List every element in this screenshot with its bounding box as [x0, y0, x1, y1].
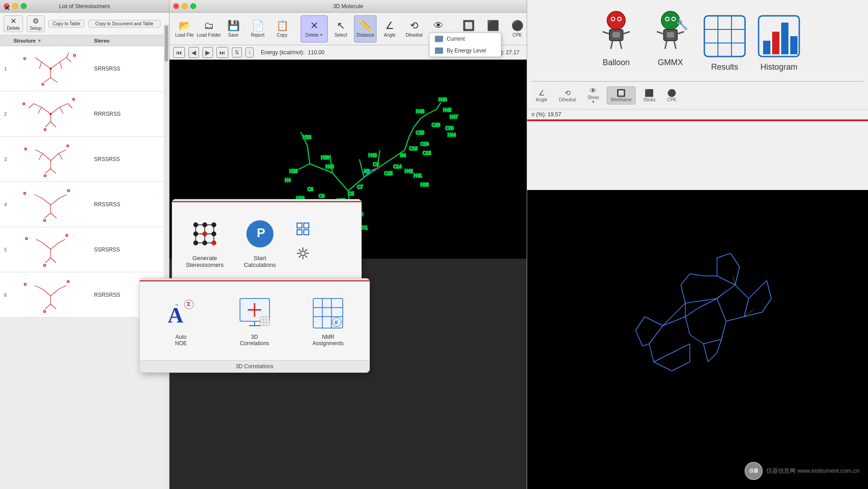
playback-filter-button[interactable]: ⇅ — [232, 47, 242, 57]
svg-text:O: O — [44, 174, 47, 177]
copy-by-energy-item[interactable]: By Energy Level — [429, 45, 501, 57]
table-row[interactable]: 2 O O O RRRSRSS — [0, 91, 169, 137]
svg-line-255 — [681, 274, 690, 285]
maximize-button[interactable] — [21, 3, 27, 9]
minimize-button[interactable] — [12, 3, 18, 9]
nmr-assignments-item[interactable]: # NMRAssignments — [294, 290, 362, 351]
svg-rect-206 — [704, 16, 745, 57]
svg-rect-170 — [260, 317, 269, 326]
molecule-svg-4: O O O — [14, 184, 87, 225]
delete-toolbar-icon: ✕ — [310, 20, 318, 32]
table-row[interactable]: 3 O O O SRSSRSS — [0, 137, 169, 182]
svg-text:C23: C23 — [416, 130, 425, 135]
copy-button[interactable]: 📋 Copy — [271, 15, 293, 43]
report-button[interactable]: 📄 Report — [246, 15, 269, 43]
svg-line-189 — [603, 32, 609, 34]
svg-rect-193 — [613, 32, 620, 38]
select-button[interactable]: ↖ Select — [330, 15, 352, 43]
cpk-button[interactable]: ⚫ CPK — [506, 15, 528, 43]
right-pop-n: n (%): 19.57 — [527, 109, 868, 119]
auto-noe-icon-area: A ̈ — [163, 295, 199, 331]
report-icon: 📄 — [252, 20, 264, 32]
svg-line-191 — [611, 41, 613, 49]
sort-icon[interactable]: ▼ — [38, 38, 42, 43]
results-item[interactable]: Results — [702, 14, 747, 72]
copy-current-item[interactable]: Current — [429, 33, 501, 45]
right-angle-button[interactable]: ∠ Angle — [532, 86, 552, 104]
svg-line-45 — [34, 195, 42, 198]
distance-icon: 📏 — [359, 20, 372, 32]
table-row[interactable]: 1 O O O SRRSRSS — [0, 46, 169, 91]
playback-prev-button[interactable]: ◀ — [189, 47, 199, 58]
svg-point-163 — [184, 300, 193, 309]
svg-text:O: O — [44, 128, 47, 131]
svg-line-236 — [672, 344, 690, 353]
svg-line-221 — [726, 317, 744, 321]
save-button[interactable]: 💾 Save — [222, 15, 245, 43]
center-minimize-button[interactable] — [182, 3, 188, 9]
right-show-button[interactable]: 👁 Show ▼ — [584, 85, 603, 106]
svg-line-243 — [717, 253, 731, 258]
center-maximize-button[interactable] — [190, 3, 196, 9]
svg-line-259 — [733, 276, 735, 285]
center-titlebar: ✕ 3D Molecule — [170, 0, 527, 13]
auto-noe-item[interactable]: A ̈ AutoNOE — [147, 290, 215, 351]
angle-button[interactable]: ∠ Angle — [378, 15, 401, 43]
right-top-icons: Balloon — [527, 0, 868, 81]
right-cpk-button[interactable]: ⚫ CPK — [663, 86, 681, 104]
results-icon-svg — [702, 14, 747, 59]
generate-icon-svg — [187, 218, 223, 250]
histogram-item[interactable]: Histogram — [756, 14, 802, 72]
delete-toolbar-button[interactable]: ✕ Delete ▼ — [301, 15, 328, 43]
right-dihedral-button[interactable]: ⟲ Dihedral — [555, 86, 580, 104]
traffic-lights: ✕ — [4, 3, 27, 9]
svg-line-3 — [35, 57, 42, 62]
table-row[interactable]: 4 O O O RRSSRSS — [0, 182, 169, 227]
grid-side-icon[interactable] — [293, 219, 312, 240]
svg-line-68 — [51, 304, 56, 309]
settings-side-icon[interactable] — [293, 244, 312, 265]
right-wireframe-button[interactable]: 🔲 Wireframe — [607, 86, 636, 104]
copy-to-table-button[interactable]: Copy to Table — [48, 20, 85, 28]
settings-icon — [296, 247, 310, 260]
delete-dropdown-arrow[interactable]: ▼ — [319, 33, 323, 37]
balloon-item[interactable]: Balloon — [594, 9, 639, 72]
left-titlebar: ✕ List of Stereoisomers — [0, 0, 169, 13]
playback-last-button[interactable]: ⏭ — [217, 47, 228, 58]
scrollbar[interactable] — [164, 24, 169, 489]
svg-text:C6: C6 — [319, 194, 325, 199]
generate-stereoisomers-item[interactable]: GenerateStereoisomers — [181, 211, 228, 273]
delete-button[interactable]: ✕ Delete — [4, 15, 23, 32]
playback-first-button[interactable]: ⏮ — [173, 47, 185, 58]
svg-line-86 — [359, 159, 364, 177]
svg-line-79 — [405, 137, 409, 150]
load-folder-button[interactable]: 🗂 Load Folder — [198, 15, 220, 43]
setup-button[interactable]: ⚙ Setup — [27, 15, 45, 32]
svg-line-58 — [51, 258, 56, 263]
svg-point-141 — [212, 241, 216, 245]
svg-line-63 — [42, 289, 51, 296]
distance-button[interactable]: 📏 Distance — [354, 15, 377, 43]
svg-line-239 — [708, 353, 717, 362]
svg-line-219 — [735, 285, 749, 299]
stereoisomers-overlay: GenerateStereoisomers P StartCalculation… — [172, 199, 362, 282]
right-molecule-display[interactable]: 仪器 仪器信息网 www.instrument.com.cn — [527, 190, 868, 489]
start-calculations-item[interactable]: P StartCalculations — [237, 211, 283, 273]
table-row[interactable]: 5 O O O SSRSRSS — [0, 227, 169, 272]
right-sticks-button[interactable]: ⬛ Sticks — [639, 86, 660, 104]
3d-correlations-item[interactable]: 3DCorrelations — [221, 290, 289, 351]
scroll-thumb[interactable] — [165, 25, 168, 62]
svg-line-83 — [427, 109, 436, 114]
dihedral-button[interactable]: ⟲ Dihedral — [403, 15, 425, 43]
gmmx-item[interactable]: 🔧 GMMX — [648, 9, 693, 72]
load-file-button[interactable]: 📂 Load File — [173, 15, 196, 43]
3d-correlations-label: 3DCorrelations — [240, 334, 269, 347]
playback-sort-button[interactable]: ↕ — [245, 47, 254, 57]
svg-text:O: O — [43, 264, 46, 267]
close-button[interactable]: ✕ — [4, 3, 9, 9]
playback-play-button[interactable]: ▶ — [203, 47, 213, 58]
copy-to-doc-button[interactable]: Copy to Document and Table — [88, 20, 160, 28]
center-close-button[interactable]: ✕ — [173, 3, 179, 9]
svg-text:C18: C18 — [423, 151, 431, 156]
svg-text:C14: C14 — [393, 164, 402, 169]
